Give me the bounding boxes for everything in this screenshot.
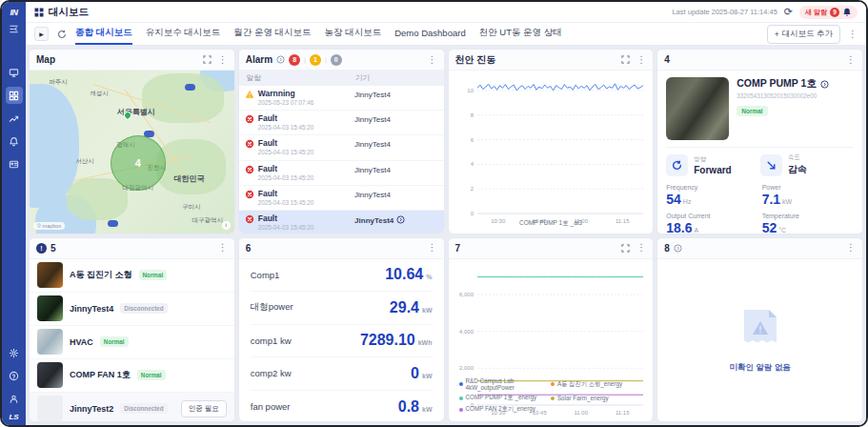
metric-value: 0kW — [411, 365, 432, 382]
svg-text:0: 0 — [470, 211, 474, 216]
alarm-row[interactable]: Fault2025-04-03 15:45:20JinnyTest4 — [239, 211, 444, 234]
device-thumbnail — [37, 329, 63, 355]
alarm-panel-title: Alarm — [246, 54, 273, 65]
bell-icon[interactable] — [842, 8, 852, 17]
legend-item[interactable]: R&D Campus Lab 4kW_outputPower — [459, 377, 551, 391]
settings-icon[interactable] — [6, 344, 23, 361]
alarm-row[interactable]: Warnning2025-05-23 07:07:46JinnyTest4 — [239, 86, 444, 111]
tab-item[interactable]: 유지보수 대시보드 — [146, 23, 221, 45]
alarm-name: Fault — [258, 214, 313, 223]
empty-document-icon — [740, 306, 780, 354]
cluster-marker[interactable]: 4 — [111, 135, 166, 191]
alarm-row[interactable]: Fault2025-04-03 15:45:20JinnyTest4 — [239, 161, 444, 186]
kebab-menu-icon[interactable]: ⋮ — [846, 243, 856, 253]
device-list-item[interactable]: HVACNormal — [30, 326, 234, 359]
warning-count-badge: 1 — [310, 54, 321, 66]
alarm-name: Warnning — [258, 89, 313, 98]
legend-item[interactable]: COMP PUMP 1호 _energy — [459, 394, 551, 402]
legend-dot — [459, 382, 463, 386]
rotate-dashboards-icon[interactable] — [57, 30, 67, 39]
monitor-icon[interactable] — [6, 64, 23, 81]
fault-icon — [245, 114, 254, 124]
legend-item[interactable]: A동 집진기 소형_energy — [551, 377, 642, 391]
kebab-menu-icon[interactable]: ⋮ — [428, 55, 437, 65]
device-list-item[interactable]: A동 집진기 소형Normal — [30, 259, 234, 293]
device-list-item[interactable]: JinnyTest4Disconnected — [30, 293, 234, 326]
goto-icon[interactable] — [276, 55, 285, 64]
alarm-row[interactable]: Fault2025-04-03 15:45:20JinnyTest4 — [239, 111, 444, 135]
device-metric: Frequency54Hz — [666, 184, 757, 207]
metric-unit: kW — [422, 307, 433, 314]
goto-icon[interactable] — [396, 215, 405, 226]
legend-item[interactable]: COMP FAN 2호기_energy — [459, 405, 551, 414]
svg-text:4,000: 4,000 — [458, 328, 474, 334]
vibration-panel-title: 천안 진동 — [455, 53, 496, 67]
map-canvas[interactable]: 파주시개성시서울특별시평택시서산시진천시대전광역시대한민국구미시대구광역시 4 … — [30, 71, 234, 234]
metric-value: 10.64% — [385, 266, 432, 283]
legend-item[interactable]: COMP PUMP 1호 _ai3 — [519, 219, 582, 228]
tabbar-kebab-icon[interactable]: ⋮ — [848, 30, 858, 39]
alarm-device: JinnyTest4 — [354, 89, 435, 99]
device-list-item[interactable]: COMP FAN 1호Normal — [30, 359, 234, 393]
play-button[interactable]: ▶ — [34, 27, 49, 41]
device-list-panel: ! 5 ⋮ A동 집진기 소형NormalJinnyTest4Disconnec… — [29, 237, 235, 423]
status-badge: Disconnected — [120, 303, 167, 314]
tab-item[interactable]: 월간 운영 대시보드 — [233, 23, 311, 45]
bell-nav-icon[interactable] — [6, 132, 23, 150]
alert-count-icon: ! — [36, 243, 47, 254]
metric-value: 7289.10kWh — [360, 332, 433, 349]
svg-text:8: 8 — [470, 112, 474, 118]
new-alarm-pill[interactable]: 새 알람 9 — [799, 6, 858, 19]
device-name: HVAC — [70, 337, 93, 347]
expand-icon[interactable] — [621, 55, 630, 64]
expand-icon[interactable] — [621, 244, 630, 253]
legend-dot — [551, 396, 555, 400]
goto-icon[interactable] — [820, 80, 829, 89]
add-dashboard-button[interactable]: +대시보드 추가 — [767, 25, 840, 44]
account-icon[interactable] — [6, 390, 23, 407]
goto-icon[interactable] — [674, 244, 682, 253]
metric-label: 대형power — [251, 301, 293, 314]
kebab-menu-icon[interactable]: ⋮ — [218, 243, 228, 253]
metric-unit: kWh — [418, 339, 433, 346]
expand-icon[interactable] — [203, 55, 212, 64]
metric-label: comp1 kw — [251, 336, 292, 346]
alarm-row-list: Warnning2025-05-23 07:07:46JinnyTest4Fau… — [239, 86, 444, 234]
kebab-menu-icon[interactable]: ⋮ — [636, 243, 646, 253]
tab-item[interactable]: Demo Dashboard — [394, 23, 465, 45]
tab-item[interactable]: 종합 대시보드 — [75, 23, 132, 45]
kebab-menu-icon[interactable]: ⋮ — [428, 243, 437, 253]
empty-message: 미확인 알람 없음 — [730, 362, 791, 374]
id-card-icon[interactable] — [6, 155, 23, 173]
road-badge — [185, 84, 195, 91]
direction-label: 방향 — [694, 155, 731, 164]
help-icon[interactable] — [6, 367, 23, 384]
refresh-icon[interactable]: ⟳ — [784, 7, 793, 17]
alarm-row[interactable]: Fault2025-04-03 15:45:20JinnyTest4 — [239, 135, 444, 160]
brand-logo-top: IN — [10, 8, 18, 17]
device-detail-panel: 4 ⋮ COMP PUMP 1호 332054313052015030002e0… — [656, 49, 863, 234]
vibration-chart-legend: COMP PUMP 1호 _ai3 — [452, 217, 651, 234]
map-info-icon[interactable]: i — [222, 221, 231, 230]
sidebar-collapse-icon[interactable] — [6, 20, 23, 37]
tab-item[interactable]: 천안 UT동 운영 상태 — [479, 23, 562, 45]
alarm-timestamp: 2025-04-03 15:45:20 — [258, 124, 313, 131]
tab-item[interactable]: 농장 대시보드 — [325, 23, 382, 45]
device-list-item[interactable]: JinnyTest2Disconnected인증 필요 — [30, 393, 234, 422]
dashboard-nav-icon[interactable] — [6, 87, 23, 104]
metric-label: Frequency — [666, 184, 757, 191]
auth-required-button[interactable]: 인증 필요 — [181, 400, 227, 417]
alarm-row[interactable]: Fault2025-04-03 15:45:20JinnyTest4 — [239, 186, 444, 211]
metric-label: Temperature — [762, 213, 854, 219]
legend-item[interactable]: Solar Farm_energy — [551, 394, 642, 402]
kebab-menu-icon[interactable]: ⋮ — [636, 55, 646, 65]
alarm-name: Fault — [258, 189, 313, 198]
kebab-menu-icon[interactable]: ⋮ — [846, 55, 856, 65]
status-badge: Disconnected — [120, 403, 167, 414]
speed-mode: 속도 감속 — [760, 153, 854, 176]
brand-logo-bottom: LS — [9, 413, 18, 421]
kebab-menu-icon[interactable]: ⋮ — [218, 55, 228, 65]
device-name: COMP PUMP 1호 — [737, 77, 817, 91]
trend-icon[interactable] — [6, 110, 23, 127]
diagonal-arrow-icon — [760, 154, 782, 176]
